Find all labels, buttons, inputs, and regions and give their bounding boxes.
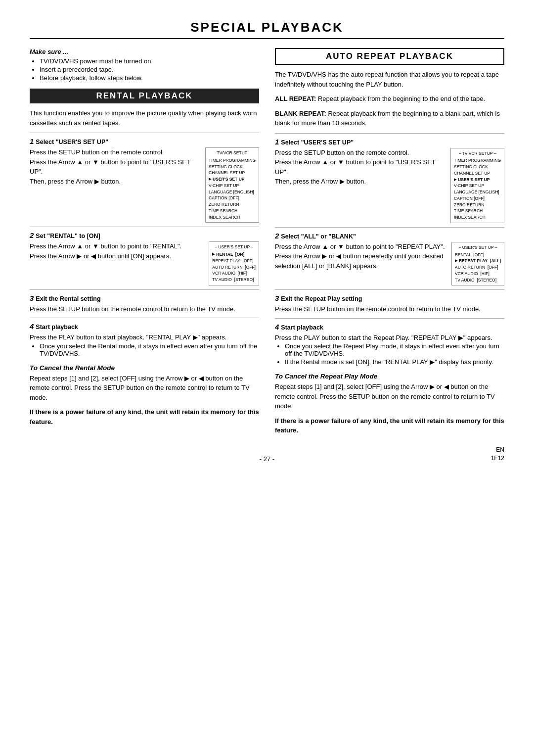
- menu-item-selected: USER'S SET UP: [454, 177, 501, 183]
- all-repeat-def: ALL REPEAT: Repeat playback from the beg…: [275, 94, 504, 104]
- menu-item: SETTING CLOCK: [454, 164, 501, 170]
- step-num: 3: [275, 294, 279, 302]
- step-num: 4: [275, 323, 279, 331]
- menu-item: LANGUAGE [ENGLISH]: [209, 189, 256, 195]
- menu-item: TV AUDIO [STEREO]: [455, 277, 501, 284]
- auto-step4: 4 Start playback Press the PLAY button t…: [275, 318, 504, 366]
- menu-item-selected: RENTAL [ON]: [212, 251, 256, 258]
- menu-item: AUTO RETURN [OFF]: [212, 264, 256, 271]
- rental-intro: This function enables you to improve the…: [30, 108, 259, 128]
- auto-step1: 1 Select "USER'S SET UP" Press the SETUP…: [275, 133, 504, 223]
- step-title: Select "ALL" or "BLANK": [281, 233, 356, 240]
- menu-item: TIME SEARCH: [209, 208, 256, 214]
- menu-item: VCR AUDIO [HIF]: [455, 271, 501, 277]
- step-text: Press the SETUP button on the remote con…: [275, 304, 504, 314]
- make-sure-section: Make sure ... TV/DVD/VHS power must be t…: [30, 48, 259, 82]
- menu-item-selected: REPEAT PLAY [ALL]: [455, 258, 501, 264]
- left-column: Make sure ... TV/DVD/VHS power must be t…: [30, 48, 259, 440]
- list-item: Once you select the Repeat Play mode, it…: [285, 342, 504, 357]
- right-column: AUTO REPEAT PLAYBACK The TV/DVD/VHS has …: [275, 48, 504, 440]
- menu-item: CHANNEL SET UP: [209, 170, 256, 176]
- menu-item: LANGUAGE [ENGLISH]: [454, 189, 501, 195]
- list-item: Insert a prerecorded tape.: [40, 66, 259, 73]
- step-text: Press the Arrow ▲ or ▼ button to point t…: [275, 242, 446, 271]
- repeat-bold-note: If there is a power failure of any kind,…: [275, 416, 504, 435]
- make-sure-list: TV/DVD/VHS power must be turned on. Inse…: [30, 57, 259, 82]
- menu-box-rental-step1: TV/VCR SETUP TIMER PROGRAMMING SETTING C…: [205, 147, 259, 223]
- step-num: 1: [30, 137, 34, 145]
- cancel-rental-section: To Cancel the Rental Mode Repeat steps […: [30, 364, 259, 427]
- step-text: Press the SETUP button on the remote con…: [30, 147, 200, 186]
- cancel-rental-title: To Cancel the Rental Mode: [30, 364, 259, 372]
- footer-code: 1F12: [491, 455, 504, 462]
- footer: - 27 - EN 1F12: [30, 455, 504, 463]
- menu-box-auto-step2: – USER'S SET UP – RENTAL [OFF] REPEAT PL…: [451, 242, 504, 286]
- menu-item: REPEAT PLAY [OFF]: [212, 258, 256, 264]
- step-num: 3: [30, 294, 34, 302]
- list-item: TV/DVD/VHS power must be turned on.: [40, 57, 259, 65]
- step4-bullets: Once you select the Repeat Play mode, it…: [275, 342, 504, 366]
- step-title: Set "RENTAL" to [ON]: [36, 233, 100, 239]
- step-title: Exit the Rental setting: [36, 295, 100, 302]
- auto-repeat-header: AUTO REPEAT PLAYBACK: [275, 48, 504, 65]
- step-title: Select "USER'S SET UP": [281, 139, 354, 146]
- menu-item: TIME SEARCH: [454, 208, 501, 214]
- step-text: Press the Arrow ▲ or ▼ button to point t…: [30, 241, 204, 261]
- step-text: Press the PLAY button to start playback.…: [30, 332, 259, 342]
- menu-item: INDEX SEARCH: [454, 214, 501, 221]
- rental-header: RENTAL PLAYBACK: [30, 89, 259, 103]
- step-num: 1: [275, 138, 279, 146]
- menu-box-auto-step1: – TV·VCR SETUP – TIMER PROGRAMMING SETTI…: [450, 148, 504, 223]
- step-num: 2: [30, 231, 34, 239]
- menu-item: AUTO RETURN [OFF]: [455, 264, 501, 271]
- make-sure-label: Make sure ...: [30, 48, 259, 55]
- step-num: 2: [275, 232, 279, 240]
- menu-item: VCR AUDIO [HIF]: [212, 270, 256, 277]
- menu-item: TIMER PROGRAMMING: [209, 157, 256, 164]
- rental-step1: 1 Select "USER'S SET UP" Press the SETUP…: [30, 133, 259, 223]
- cancel-repeat-section: To Cancel the Repeat Play Mode Repeat st…: [275, 373, 504, 435]
- menu-item: TV AUDIO [STEREO]: [212, 277, 256, 283]
- menu-box-rental-step2: – USER'S SET UP – RENTAL [ON] REPEAT PLA…: [209, 241, 259, 285]
- footer-lang: EN: [496, 446, 504, 453]
- step-text: Press the SETUP button on the remote con…: [30, 304, 259, 314]
- cancel-repeat-text: Repeat steps [1] and [2], select [OFF] u…: [275, 382, 504, 411]
- menu-item-selected: USER'S SET UP: [209, 176, 256, 183]
- step-title: Start playback: [281, 324, 323, 331]
- page-title: SPECIAL PLAYBACK: [30, 20, 504, 39]
- blank-repeat-def: BLANK REPEAT: Repeat playback from the b…: [275, 109, 504, 128]
- menu-item: INDEX SEARCH: [209, 214, 256, 221]
- menu-item: SETTING CLOCK: [209, 164, 256, 170]
- step-text: Press the PLAY button to start the Repea…: [275, 333, 504, 343]
- auto-step2: 2 Select "ALL" or "BLANK" Press the Arro…: [275, 227, 504, 286]
- menu-item: CHANNEL SET UP: [454, 170, 501, 177]
- step-title: Start playback: [36, 324, 78, 331]
- auto-repeat-intro: The TV/DVD/VHS has the auto repeat funct…: [275, 70, 504, 89]
- cancel-repeat-title: To Cancel the Repeat Play Mode: [275, 373, 504, 380]
- rental-bold-note: If there is a power failure of any kind,…: [30, 407, 259, 426]
- rental-step4: 4 Start playback Press the PLAY button t…: [30, 318, 259, 357]
- page-number: - 27 -: [30, 455, 504, 463]
- step-title: Select "USER'S SET UP": [36, 139, 108, 145]
- cancel-rental-text: Repeat steps [1] and [2], select [OFF] u…: [30, 374, 259, 403]
- footer-right: EN 1F12: [491, 446, 504, 463]
- menu-item: V-CHIP SET UP: [454, 183, 501, 189]
- list-item: If the Rental mode is set [ON], the "REN…: [285, 358, 504, 366]
- menu-item: V-CHIP SET UP: [209, 183, 256, 189]
- step4-bullets: Once you select the Rental mode, it stay…: [30, 342, 259, 357]
- menu-item: CAPTION [OFF]: [454, 195, 501, 202]
- menu-item: ZERO RETURN: [454, 202, 501, 208]
- menu-item: ZERO RETURN: [209, 201, 256, 208]
- auto-step3: 3 Exit the Repeat Play setting Press the…: [275, 289, 504, 314]
- rental-step2: 2 Set "RENTAL" to [ON] Press the Arrow ▲…: [30, 227, 259, 285]
- menu-item: RENTAL [OFF]: [455, 252, 501, 258]
- list-item: Before playback, follow steps below.: [40, 74, 259, 82]
- list-item: Once you select the Rental mode, it stay…: [40, 342, 259, 357]
- rental-step3: 3 Exit the Rental setting Press the SETU…: [30, 289, 259, 314]
- step-num: 4: [30, 322, 34, 331]
- step-text: Press the SETUP button on the remote con…: [275, 148, 445, 187]
- menu-item: CAPTION [OFF]: [209, 195, 256, 201]
- step-title: Exit the Repeat Play setting: [281, 295, 362, 302]
- menu-item: TIMER PROGRAMMING: [454, 157, 501, 164]
